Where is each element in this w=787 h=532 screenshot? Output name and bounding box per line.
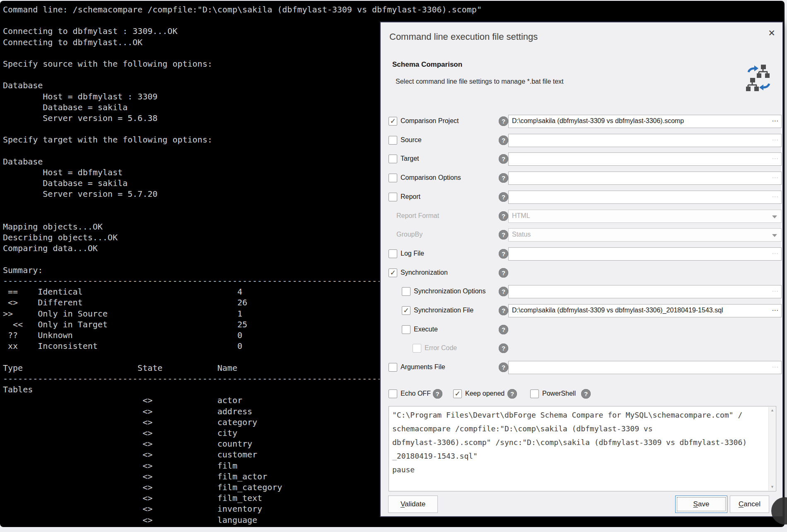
echo-off-checkbox[interactable] xyxy=(389,389,397,398)
form-row-error-code: Error Code? xyxy=(381,341,782,355)
form-row-log-file: Log File?... xyxy=(381,247,782,261)
source-browse-button: ... xyxy=(772,135,779,142)
echo-off-label: Echo OFF xyxy=(401,390,431,397)
synchronization-file-help-icon[interactable]: ? xyxy=(499,306,508,315)
source-label: Source xyxy=(401,136,422,144)
form-row-comparison-options: Comparison Options?... xyxy=(381,171,782,185)
comparison-project-checkbox[interactable]: ✓ xyxy=(389,117,397,126)
comparison-options-browse-button: ... xyxy=(772,172,779,180)
validate-button[interactable]: Validate xyxy=(388,496,438,513)
synchronization-help-icon[interactable]: ? xyxy=(499,268,508,278)
arguments-file-input[interactable]: ... xyxy=(508,361,782,374)
arguments-file-browse-button: ... xyxy=(772,362,779,369)
comparison-options-input[interactable]: ... xyxy=(508,172,782,185)
target-checkbox[interactable] xyxy=(389,155,397,163)
powershell-help-icon[interactable]: ? xyxy=(581,389,591,399)
echo-off-help-icon[interactable]: ? xyxy=(433,389,442,399)
powershell-checkbox[interactable] xyxy=(530,389,539,398)
group-by-select: Status xyxy=(508,228,782,242)
cancel-button[interactable]: Cancel xyxy=(730,496,769,513)
report-help-icon[interactable]: ? xyxy=(499,192,508,202)
report-format-help-icon[interactable]: ? xyxy=(499,211,508,221)
synchronization-file-label: Synchronization File xyxy=(414,307,473,314)
report-format-label: Report Format xyxy=(396,212,439,220)
target-input[interactable]: ... xyxy=(508,152,782,166)
form-row-synchronization-file: ✓Synchronization File?D:\comp\sakila (db… xyxy=(381,304,782,318)
log-file-label: Log File xyxy=(401,250,424,257)
synchronization-checkbox[interactable]: ✓ xyxy=(389,268,397,277)
error-code-checkbox xyxy=(413,344,421,353)
chevron-down-icon xyxy=(772,234,777,237)
form-row-arguments-file: Arguments File?... xyxy=(381,360,782,375)
comparison-project-value: D:\comp\sakila (dbfmylast-3309 vs dbfmyl… xyxy=(512,117,684,125)
execute-help-icon[interactable]: ? xyxy=(499,325,508,334)
form-row-synchronization: ✓Synchronization? xyxy=(381,266,782,280)
comparison-project-input[interactable]: D:\comp\sakila (dbfmylast-3309 vs dbfmyl… xyxy=(508,115,782,128)
comparison-project-label: Comparison Project xyxy=(401,117,459,125)
command-line-settings-dialog: Command line execution file settings ✕ S… xyxy=(380,22,783,517)
powershell-label: PowerShell xyxy=(542,390,576,397)
group-by-help-icon[interactable]: ? xyxy=(499,230,508,239)
comparison-options-checkbox[interactable] xyxy=(389,174,397,182)
synchronization-options-input[interactable]: ... xyxy=(508,285,782,298)
section-title: Schema Comparison xyxy=(392,60,462,69)
execute-label: Execute xyxy=(414,326,438,333)
section-subtitle: Select command line file settings to man… xyxy=(396,78,564,85)
form-row-group-by: GroupBy?Status xyxy=(381,228,782,242)
save-button[interactable]: Save xyxy=(675,496,727,513)
synchronization-options-label: Synchronization Options xyxy=(414,288,485,295)
source-input[interactable]: ... xyxy=(508,134,782,147)
source-checkbox[interactable] xyxy=(389,136,397,145)
comparison-project-browse-button[interactable]: ... xyxy=(772,116,779,123)
synchronization-options-help-icon[interactable]: ? xyxy=(499,287,508,296)
execute-checkbox[interactable] xyxy=(402,325,410,334)
report-checkbox[interactable] xyxy=(389,193,397,201)
synchronization-label: Synchronization xyxy=(401,269,448,276)
group-by-label: GroupBy xyxy=(396,231,422,238)
form-row-report-format: Report Format?HTML xyxy=(381,209,782,223)
schema-comparison-icon xyxy=(745,63,773,93)
report-browse-button: ... xyxy=(772,191,779,199)
form-row-report: Report?... xyxy=(381,190,782,204)
form-row-synchronization-options: Synchronization Options?... xyxy=(381,285,782,299)
log-file-help-icon[interactable]: ? xyxy=(499,249,508,259)
log-file-input[interactable]: ... xyxy=(508,247,782,261)
synchronization-file-value: D:\comp\sakila (dbfmylast-3309 vs dbfmyl… xyxy=(512,307,723,314)
keep-opened-help-icon[interactable]: ? xyxy=(507,389,517,399)
synchronization-file-checkbox[interactable]: ✓ xyxy=(402,306,410,315)
close-icon[interactable]: ✕ xyxy=(765,27,778,40)
report-format-select: HTML xyxy=(508,210,782,223)
error-code-help-icon[interactable]: ? xyxy=(499,343,508,353)
comparison-project-help-icon[interactable]: ? xyxy=(499,116,508,126)
form-row-comparison-project: ✓Comparison Project?D:\comp\sakila (dbfm… xyxy=(381,114,782,128)
arguments-file-help-icon[interactable]: ? xyxy=(499,363,508,372)
keep-opened-checkbox[interactable]: ✓ xyxy=(453,389,462,398)
chevron-down-icon xyxy=(772,215,777,218)
bat-file-text[interactable]: "C:\Program Files\Devart\dbForge Schema … xyxy=(392,408,761,476)
target-browse-button: ... xyxy=(772,153,779,161)
source-help-icon[interactable]: ? xyxy=(499,135,508,145)
target-label: Target xyxy=(401,155,419,162)
synchronization-options-checkbox[interactable] xyxy=(402,287,410,296)
report-input[interactable]: ... xyxy=(508,191,782,204)
bat-file-text-area[interactable]: "C:\Program Files\Devart\dbForge Schema … xyxy=(389,406,776,491)
synchronization-options-browse-button: ... xyxy=(772,286,779,293)
comparison-options-help-icon[interactable]: ? xyxy=(499,173,508,183)
report-label: Report xyxy=(401,193,420,201)
target-help-icon[interactable]: ? xyxy=(499,154,508,164)
log-file-browse-button: ... xyxy=(772,248,779,256)
synchronization-file-input[interactable]: D:\comp\sakila (dbfmylast-3309 vs dbfmyl… xyxy=(508,304,782,317)
form-row-execute: Execute? xyxy=(381,323,782,337)
keep-opened-label: Keep opened xyxy=(465,390,505,397)
textarea-scrollbar[interactable]: ▲ ▼ xyxy=(768,407,775,491)
error-code-label: Error Code xyxy=(425,344,457,352)
log-file-checkbox[interactable] xyxy=(389,249,397,258)
synchronization-file-browse-button[interactable]: ... xyxy=(772,305,779,312)
form-row-target: Target?... xyxy=(381,152,782,166)
arguments-file-label: Arguments File xyxy=(401,363,445,371)
scroll-up-icon[interactable]: ▲ xyxy=(769,407,776,414)
scroll-down-icon[interactable]: ▼ xyxy=(769,484,776,491)
form-row-source: Source?... xyxy=(381,133,782,148)
arguments-file-checkbox[interactable] xyxy=(389,363,397,372)
comparison-options-label: Comparison Options xyxy=(401,174,461,181)
